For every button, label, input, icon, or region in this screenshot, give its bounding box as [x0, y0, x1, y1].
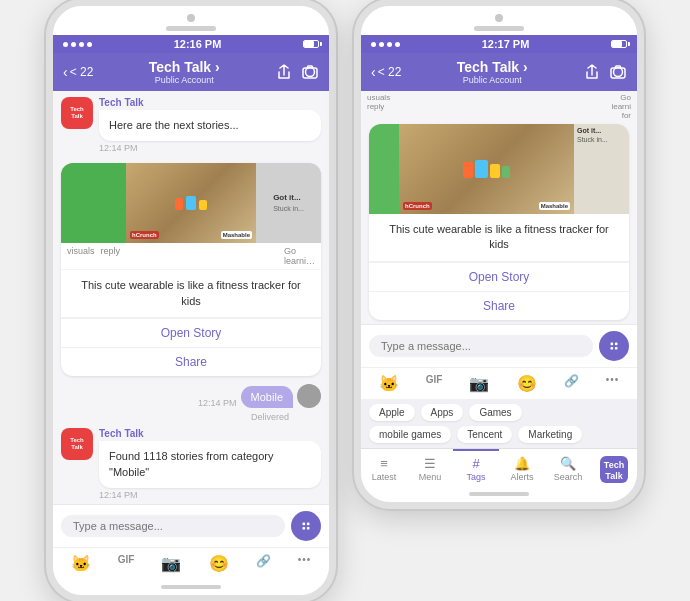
bubble-1: Here are the next stories... [99, 110, 321, 141]
own-bubble-1: Mobile [241, 386, 293, 408]
card-text-2: This cute wearable is like a fitness tra… [369, 214, 629, 262]
svg-rect-11 [615, 342, 618, 345]
brand-tag-1: hCrunch [130, 231, 159, 239]
mashable-tag-2: Mashable [539, 202, 570, 210]
sticker-icon-1[interactable]: 🐱 [71, 554, 91, 573]
avatar-2: TechTalk [61, 428, 93, 460]
img-green-2 [369, 124, 399, 214]
img-side-2: Got it... Stuck in... [574, 124, 629, 214]
chat-area-2: usualsreply Golearnifor [361, 91, 637, 324]
second-bubble-1: Found 1118 stories from category "Mobile… [99, 441, 321, 488]
signal-dots-1 [63, 42, 92, 47]
camera-bottom-icon-2[interactable]: 📷 [469, 374, 489, 393]
chevron-icon-1: ‹ [63, 64, 68, 80]
more-icon-1[interactable]: ••• [298, 554, 312, 573]
gif-icon-1[interactable]: GIF [118, 554, 135, 573]
tag-games[interactable]: Games [469, 404, 521, 421]
card-labels-row: visuals reply Golearni… [61, 243, 321, 270]
share-button-1[interactable]: Share [61, 347, 321, 376]
share-icon-1[interactable] [275, 63, 293, 81]
nav-center-1: Tech Talk › Public Account [149, 59, 220, 85]
emoji-icon-2[interactable]: 😊 [517, 374, 537, 393]
tab-search[interactable]: 🔍 Search [545, 449, 591, 487]
back-label-2: < 22 [378, 65, 402, 79]
camera-icon-1[interactable] [301, 63, 319, 81]
label-reply: reply [101, 246, 121, 266]
phone-2-top [361, 6, 637, 35]
svg-rect-9 [608, 340, 620, 352]
message-input-1[interactable] [61, 515, 285, 537]
tab-menu[interactable]: ☰ Menu [407, 449, 453, 487]
emoji-row-2: mobile games Tencent Marketing [361, 426, 637, 448]
own-message-row-1: 12:14 PM Mobile [53, 380, 329, 412]
bottom-icons-2: 🐱 GIF 📷 😊 🔗 ••• [361, 367, 637, 399]
back-button-2[interactable]: ‹ < 22 [371, 64, 401, 80]
sender-name-1: Tech Talk [99, 97, 321, 108]
tag-mobile-games[interactable]: mobile games [369, 426, 451, 443]
delivered-text-1: Delivered [53, 412, 329, 424]
send-button-1[interactable] [291, 511, 321, 541]
avatar-label-1: TechTalk [70, 106, 84, 120]
card-text-1: This cute wearable is like a fitness tra… [61, 270, 321, 318]
svg-rect-2 [300, 520, 312, 532]
camera-2 [495, 14, 503, 22]
tab-tech-talk[interactable]: TechTalk [591, 449, 637, 487]
card-title-2: This cute wearable is like a fitness tra… [379, 222, 619, 253]
latest-icon: ≡ [380, 456, 388, 471]
battery-2 [611, 40, 627, 48]
nav-subtitle-2: Public Account [457, 75, 528, 85]
tab-tags-label: Tags [466, 472, 485, 482]
home-indicator-2 [469, 492, 529, 496]
tab-tags[interactable]: # Tags [453, 449, 499, 487]
own-time-1: 12:14 PM [198, 398, 237, 408]
svg-rect-12 [611, 347, 614, 350]
nav-title-1: Tech Talk › [149, 59, 220, 75]
nav-subtitle-1: Public Account [149, 75, 220, 85]
phone-1: 12:16 PM ‹ < 22 Tech Talk › Public Accou… [46, 0, 336, 601]
tags-icon: # [472, 456, 479, 471]
link-icon-2[interactable]: 🔗 [564, 374, 579, 393]
camera-icon-2[interactable] [609, 63, 627, 81]
sticker-icon-2[interactable]: 🐱 [379, 374, 399, 393]
link-icon-1[interactable]: 🔗 [256, 554, 271, 573]
nav-center-2: Tech Talk › Public Account [457, 59, 528, 85]
open-story-button-1[interactable]: Open Story [61, 318, 321, 347]
label-go-2: Golearnifor [611, 93, 631, 120]
card-img-main-1: hCrunch Mashable [126, 163, 256, 243]
share-icon-2[interactable] [583, 63, 601, 81]
card-widget-2: hCrunch Mashable Got it... Stuck in... T… [369, 124, 629, 320]
more-icon-2[interactable]: ••• [606, 374, 620, 393]
svg-point-7 [614, 68, 623, 77]
svg-point-0 [306, 68, 315, 77]
share-button-2[interactable]: Share [369, 291, 629, 320]
open-story-button-2[interactable]: Open Story [369, 262, 629, 291]
svg-rect-4 [307, 522, 310, 525]
search-icon: 🔍 [560, 456, 576, 471]
tag-apple[interactable]: Apple [369, 404, 415, 421]
message-input-2[interactable] [369, 335, 593, 357]
tab-latest[interactable]: ≡ Latest [361, 449, 407, 487]
emoji-icon-1[interactable]: 😊 [209, 554, 229, 573]
gif-icon-2[interactable]: GIF [426, 374, 443, 393]
nav-icons-1 [275, 63, 319, 81]
send-button-2[interactable] [599, 331, 629, 361]
tag-tencent[interactable]: Tencent [457, 426, 512, 443]
status-bar-1: 12:16 PM [53, 35, 329, 53]
svg-rect-13 [615, 347, 618, 350]
message-group-1: TechTalk Tech Talk Here are the next sto… [53, 91, 329, 159]
status-time-1: 12:16 PM [174, 38, 222, 50]
nav-icons-2 [583, 63, 627, 81]
card-image-strip-1: hCrunch Mashable Got it... Stuck in... [61, 163, 321, 243]
chevron-icon-2: ‹ [371, 64, 376, 80]
tag-marketing[interactable]: Marketing [518, 426, 582, 443]
nav-bar-1: ‹ < 22 Tech Talk › Public Account [53, 53, 329, 91]
camera-bottom-icon-1[interactable]: 📷 [161, 554, 181, 573]
tag-apps[interactable]: Apps [421, 404, 464, 421]
back-button-1[interactable]: ‹ < 22 [63, 64, 93, 80]
bubble-group-1: Tech Talk Here are the next stories... 1… [99, 97, 321, 153]
tab-bar-2: ≡ Latest ☰ Menu # Tags 🔔 Alerts 🔍 Se [361, 448, 637, 487]
svg-rect-5 [303, 527, 306, 530]
card-title-1: This cute wearable is like a fitness tra… [71, 278, 311, 309]
mashable-tag-1: Mashable [221, 231, 252, 239]
tab-alerts[interactable]: 🔔 Alerts [499, 449, 545, 487]
